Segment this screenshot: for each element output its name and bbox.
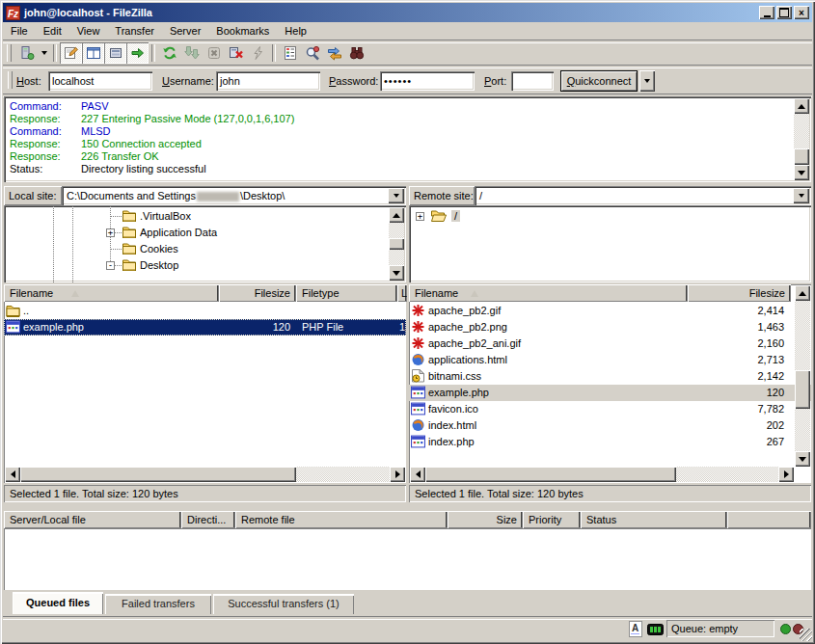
expander-plus[interactable]: +	[106, 228, 115, 237]
password-input[interactable]: ••••••	[380, 71, 475, 91]
expander-plus[interactable]: +	[416, 212, 424, 221]
compare-button[interactable]	[301, 42, 323, 64]
scroll-thumb[interactable]	[795, 370, 810, 409]
toggle-local-tree-icon	[86, 45, 101, 61]
scroll-thumb[interactable]	[389, 238, 404, 250]
sync-browsing-button[interactable]	[323, 42, 345, 64]
column-header-remotefile[interactable]: Remote file	[235, 511, 448, 528]
refresh-button[interactable]	[158, 42, 180, 64]
column-header-empty[interactable]	[727, 511, 811, 528]
column-header-priority[interactable]: Priority	[523, 511, 581, 528]
column-header-size[interactable]: Size	[448, 511, 523, 528]
remote-site-dropdown[interactable]	[793, 188, 809, 203]
file-row-selected[interactable]: example.php 120 PHP File 1	[4, 319, 406, 335]
file-row[interactable]: apache_pb2_ani.gif 2,160	[409, 335, 811, 352]
remote-hscrollbar[interactable]	[410, 467, 794, 482]
toggle-remote-tree-icon	[108, 45, 123, 61]
reconnect-button[interactable]	[247, 42, 269, 64]
menu-file[interactable]: File	[3, 23, 36, 39]
scroll-right-button[interactable]	[390, 467, 405, 482]
file-row[interactable]: index.php 267	[409, 434, 811, 450]
scroll-thumb[interactable]	[425, 467, 676, 482]
toggle-remote-tree-button[interactable]	[104, 42, 126, 64]
file-row[interactable]: favicon.ico 7,782	[409, 401, 811, 417]
local-hscrollbar[interactable]	[5, 467, 405, 482]
column-header-filesize[interactable]: Filesize	[219, 284, 296, 302]
column-header-filename[interactable]: Filename	[409, 284, 688, 302]
remote-site-combo[interactable]: /	[475, 186, 811, 205]
expander-minus[interactable]: -	[106, 261, 115, 270]
quickconnect-button[interactable]: Quickconnect	[560, 70, 638, 92]
resize-grip[interactable]	[800, 629, 812, 641]
tree-item-desktop[interactable]: Desktop	[140, 259, 178, 271]
scroll-thumb[interactable]	[20, 467, 296, 482]
column-header-lastmodified[interactable]: L	[397, 284, 407, 302]
scroll-right-button[interactable]	[778, 467, 794, 482]
scroll-thumb[interactable]	[794, 148, 809, 165]
scroll-up-button[interactable]	[389, 207, 404, 223]
file-row-selected[interactable]: example.php 120	[409, 385, 811, 401]
file-row[interactable]: index.html 202	[409, 417, 811, 434]
scroll-up-button[interactable]	[794, 98, 809, 114]
local-site-dropdown[interactable]	[388, 188, 404, 203]
filter-button[interactable]	[279, 42, 301, 64]
maximize-icon	[779, 8, 789, 17]
scroll-down-button[interactable]	[389, 265, 404, 281]
scroll-down-button[interactable]	[794, 165, 809, 180]
menu-edit[interactable]: Edit	[36, 23, 69, 39]
menu-bookmarks[interactable]: Bookmarks	[208, 23, 277, 39]
toggle-log-button[interactable]	[60, 42, 82, 64]
tab-failed-transfers[interactable]: Failed transfers	[105, 594, 211, 614]
cancel-icon	[206, 45, 222, 61]
username-input[interactable]: john	[216, 71, 320, 91]
menu-view[interactable]: View	[69, 23, 108, 39]
local-site-combo[interactable]: C:\Documents and Settings\Desktop\	[62, 186, 406, 205]
column-header-filetype[interactable]: Filetype	[296, 284, 397, 302]
remote-vscrollbar[interactable]	[795, 285, 810, 467]
cancel-button[interactable]	[203, 42, 225, 64]
process-queue-button[interactable]	[180, 42, 203, 64]
menu-help[interactable]: Help	[277, 23, 314, 39]
file-row[interactable]: apache_pb2.png 1,463	[409, 319, 811, 335]
tab-successful-transfers[interactable]: Successful transfers (1)	[213, 594, 354, 614]
column-header-filename[interactable]: Filename	[4, 284, 219, 302]
file-row[interactable]: bitnami.css 2,142	[409, 368, 811, 385]
file-row[interactable]: applications.html 2,713	[409, 352, 811, 368]
scroll-left-button[interactable]	[5, 467, 20, 482]
column-header-serverlocal[interactable]: Server/Local file	[4, 511, 181, 528]
minimize-button[interactable]	[759, 6, 774, 19]
tab-queued-files[interactable]: Queued files	[13, 592, 103, 614]
column-header-status[interactable]: Status	[581, 511, 727, 528]
site-manager-button[interactable]	[15, 42, 38, 64]
toggle-queue-button[interactable]	[126, 42, 149, 64]
tree-item-cookies[interactable]: Cookies	[140, 243, 178, 255]
host-input[interactable]: localhost	[48, 71, 152, 91]
menu-server[interactable]: Server	[162, 23, 208, 39]
quickconnect-dropdown[interactable]	[639, 70, 655, 92]
toggle-local-tree-button[interactable]	[82, 42, 104, 64]
port-input[interactable]	[511, 71, 554, 91]
file-row-parent[interactable]: ..	[4, 303, 406, 319]
column-header-filesize[interactable]: Filesize	[688, 284, 791, 302]
local-tree-scrollbar[interactable]	[389, 207, 404, 281]
chevron-down-icon	[41, 51, 47, 55]
find-files-button[interactable]	[345, 42, 367, 64]
scroll-left-button[interactable]	[410, 467, 425, 482]
log-scrollbar[interactable]	[794, 98, 809, 180]
menu-transfer[interactable]: Transfer	[107, 23, 162, 39]
quickconnect-grip[interactable]	[8, 71, 13, 89]
disconnect-button[interactable]	[225, 42, 247, 64]
file-row[interactable]: apache_pb2.gif 2,414	[409, 303, 811, 319]
site-manager-dropdown[interactable]	[38, 42, 50, 64]
local-site-label: Local site:	[4, 186, 62, 205]
close-button[interactable]: ×	[794, 6, 809, 19]
scroll-down-button[interactable]	[795, 451, 810, 467]
queue-body[interactable]	[4, 528, 811, 590]
column-header-direction[interactable]: Directi...	[181, 511, 235, 528]
toolbar-grip[interactable]	[7, 44, 12, 62]
tree-item-root[interactable]: /	[451, 210, 460, 222]
tree-item-application-data[interactable]: Application Data	[140, 227, 217, 238]
scroll-up-button[interactable]	[795, 285, 810, 301]
tree-item-virtualbox[interactable]: .VirtualBox	[140, 210, 191, 222]
maximize-button[interactable]	[776, 6, 792, 19]
